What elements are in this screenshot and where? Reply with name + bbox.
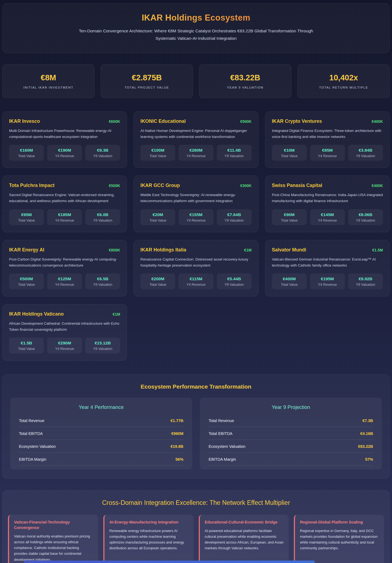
- company-name: IKAR Energy AI: [9, 247, 44, 253]
- card-header: Swiss Panasia Capital €400K: [272, 183, 383, 188]
- company-card-ikar-holdings-italia: IKAR Holdings Italia €1M Renaissance Cap…: [133, 240, 258, 296]
- mini-stat-value: €195M: [312, 276, 343, 281]
- stat-value: 10,402x: [329, 73, 358, 82]
- company-card-ikonic-educational: IKONIC Educational €500K AI-Native Human…: [133, 111, 258, 168]
- mini-stats-row: €20M Total Value €155M Y4 Revenue €7.64B…: [140, 209, 251, 225]
- investment-badge: €1M: [244, 248, 251, 252]
- company-name: IKAR Invesco: [9, 118, 40, 124]
- mini-stat-y4-revenue: €85M Y4 Revenue: [310, 145, 345, 161]
- metric-label: Total Revenue: [209, 418, 234, 423]
- metric-label: Ecosystem Valuation: [19, 444, 56, 449]
- company-description: Renaissance Capital Connection: Distress…: [140, 256, 251, 268]
- mini-stat-value: €185M: [49, 212, 80, 217]
- metric-row-total-revenue: Total Revenue €1.77B: [18, 414, 184, 427]
- mini-stat-y4-revenue: €290M Y4 Revenue: [47, 338, 82, 353]
- mini-stat-label: Y4 Revenue: [49, 347, 80, 351]
- mini-stat-total-value: €200M Total Value: [140, 273, 175, 289]
- metric-row-ecosystem-valuation: Ecosystem Valuation €19.8B: [18, 440, 184, 453]
- mini-stat-value: €8.06B: [350, 212, 381, 217]
- mini-stats-row: €95M Total Value €185M Y4 Revenue €6.0B …: [9, 209, 120, 225]
- stat-value: €83.22B: [230, 73, 260, 82]
- card-header: IKONIC Educational €500K: [140, 118, 251, 124]
- panel-title: Year 4 Performance: [18, 404, 184, 410]
- mini-stat-value: €6.0B: [87, 212, 118, 217]
- mini-stat-total-value: €160M Total Value: [9, 145, 44, 161]
- mini-stat-total-value: €400M Total Value: [272, 273, 307, 289]
- metric-value: €990M: [171, 431, 183, 436]
- investment-badge: €300K: [240, 183, 251, 188]
- mini-stat-label: Y4 Revenue: [312, 219, 343, 222]
- metric-row-total-ebitda: Total EBITDA €4.16B: [208, 427, 374, 440]
- card-header: IKAR Holdings Vaticano €1M: [9, 311, 120, 317]
- integration-card-body: Vatican moral authority enables premium …: [14, 533, 93, 562]
- mini-stat-value: €20M: [142, 212, 174, 217]
- metric-value: €19.8B: [171, 444, 183, 449]
- bottom-section-accent-bar: [24, 561, 315, 563]
- mini-stat-value: €155M: [180, 212, 212, 217]
- metric-row-total-ebitda: Total EBITDA €990M: [18, 427, 184, 440]
- company-card-ikar-crypto-ventures: IKAR Crypto Ventures €400K Integrated Di…: [265, 111, 390, 168]
- mini-stat-value: €190M: [49, 148, 80, 153]
- company-description: Integrated Digital Finance Ecosystem: Th…: [272, 128, 383, 140]
- top-stats-row: €8M INITIAL IKAR INVESTMENT €2.875B TOTA…: [2, 64, 390, 98]
- mini-stat-label: Y4 Revenue: [312, 154, 343, 158]
- integration-card-title: Regional-Global Platform Scaling: [300, 519, 379, 525]
- metric-label: Total Revenue: [19, 418, 44, 423]
- mini-stat-label: Total Value: [142, 154, 174, 158]
- integration-card-educational-cultural-economic: Educational-Cultural-Economic Bridge AI-…: [199, 515, 289, 563]
- company-name: IKAR Holdings Vaticano: [9, 311, 64, 317]
- mini-stat-label: Total Value: [11, 283, 42, 287]
- metric-label: EBITDA Margin: [19, 457, 46, 462]
- company-description: Post-Carbon Digital Sovereignty: Renewab…: [9, 256, 120, 268]
- card-header: IKAR Holdings Italia €1M: [140, 247, 251, 253]
- metric-value: 57%: [365, 457, 373, 462]
- mini-stat-value: €145M: [312, 212, 343, 217]
- investment-badge: €1.5M: [372, 248, 383, 252]
- mini-stat-y4-revenue: €190M Y4 Revenue: [47, 145, 82, 161]
- mini-stat-y9-valuation: €9.92B Y9 Valuation: [348, 273, 383, 289]
- stat-card-initial-investment: €8M INITIAL IKAR INVESTMENT: [2, 64, 95, 98]
- mini-stat-y9-valuation: €6.0B Y9 Valuation: [85, 209, 120, 225]
- integration-card-body: Regional expertise in Germany, Italy, an…: [300, 528, 379, 551]
- integration-card-title: Vatican-Financial-Technology Convergence: [14, 519, 93, 531]
- metric-row-ebitda-margin: EBITDA Margin 56%: [18, 453, 184, 466]
- mini-stat-y4-revenue: €155M Y4 Revenue: [178, 209, 213, 225]
- investment-badge: €1M: [113, 312, 120, 316]
- investment-badge: €500K: [109, 183, 120, 188]
- stat-card-year9-valuation: €83.22B YEAR 9 VALUATION: [199, 64, 291, 98]
- mini-stat-label: Y4 Revenue: [180, 283, 212, 287]
- mini-stat-value: €200M: [142, 276, 174, 281]
- stat-card-return-multiple: 10,402x TOTAL RETURN MULTIPLE: [297, 64, 390, 98]
- mini-stat-value: €290M: [49, 341, 80, 346]
- mini-stat-label: Y4 Revenue: [49, 219, 80, 222]
- mini-stat-value: €9.92B: [350, 276, 381, 281]
- metric-row-total-revenue: Total Revenue €7.3B: [208, 414, 374, 427]
- hero-header: IKAR Holdings Ecosystem Ten-Domain Conve…: [2, 3, 390, 53]
- investment-badge: €600K: [109, 119, 120, 124]
- mini-stat-y9-valuation: €8.06B Y9 Valuation: [348, 209, 383, 225]
- mini-stat-label: Y9 Valuation: [87, 219, 118, 222]
- mini-stat-value: €125M: [49, 276, 80, 281]
- mini-stat-label: Total Value: [11, 154, 42, 158]
- mini-stat-total-value: €500M Total Value: [9, 273, 44, 289]
- mini-stat-value: €400M: [274, 276, 305, 281]
- mini-stats-row: €200M Total Value €115M Y4 Revenue €5.44…: [140, 273, 251, 289]
- page-title: IKAR Holdings Ecosystem: [142, 13, 250, 23]
- card-header: Tota Pulchra Impact €500K: [9, 183, 120, 188]
- mini-stats-row: €90M Total Value €145M Y4 Revenue €8.06B…: [272, 209, 383, 225]
- company-name: IKAR Crypto Ventures: [272, 118, 322, 124]
- mini-stat-y4-revenue: €125M Y4 Revenue: [47, 273, 82, 289]
- mini-stat-y4-revenue: €195M Y4 Revenue: [310, 273, 345, 289]
- performance-panels: Year 4 Performance Total Revenue €1.77B …: [10, 398, 382, 469]
- mini-stat-value: €3.84B: [350, 148, 381, 153]
- metric-value: €7.3B: [362, 418, 373, 423]
- investment-badge: €400K: [372, 183, 383, 188]
- mini-stat-label: Y9 Valuation: [87, 283, 118, 287]
- mini-stat-y4-revenue: €145M Y4 Revenue: [310, 209, 345, 225]
- mini-stat-value: €5.44B: [218, 276, 250, 281]
- mini-stat-value: €15.12B: [87, 341, 118, 346]
- mini-stats-row: €160M Total Value €190M Y4 Revenue €9.3B…: [9, 145, 120, 161]
- integration-card-title: AI-Energy-Manufacturing Integration: [109, 519, 189, 525]
- performance-section: Ecosystem Performance Transformation Yea…: [2, 374, 390, 479]
- mini-stat-value: €160M: [11, 148, 42, 153]
